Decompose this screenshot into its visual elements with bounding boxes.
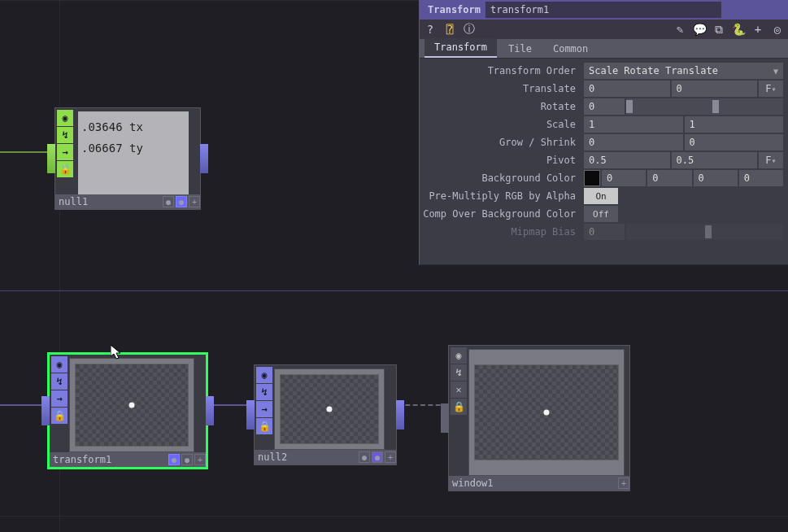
operator-name-input[interactable] [485, 2, 721, 18]
edit-icon[interactable]: ✎ [673, 22, 687, 37]
node-label: transform1 [53, 454, 111, 465]
operator-type: Transform [423, 4, 485, 15]
preview-dot-icon [544, 410, 550, 416]
lock-flag-icon[interactable]: 🔒 [51, 408, 67, 424]
display-flag-icon[interactable]: → [57, 144, 73, 160]
premult-toggle[interactable]: On [584, 188, 618, 204]
footer-display-icon[interactable]: ● [176, 196, 187, 207]
lock-flag-icon[interactable]: 🔒 [451, 399, 467, 415]
param-rotate: Rotate [420, 98, 783, 116]
pivot-y-input[interactable] [672, 152, 758, 168]
viewer-flag-icon[interactable]: ◉ [256, 367, 272, 383]
lock-flag-icon[interactable]: 🔒 [57, 161, 73, 177]
node-label: null1 [59, 196, 88, 207]
rotate-input[interactable] [584, 98, 625, 115]
lock-flag-icon[interactable]: 🔒 [256, 418, 272, 434]
tab-tile[interactable]: Tile [498, 40, 542, 58]
footer-display-icon[interactable]: ● [372, 451, 383, 463]
node-readout: .03646 tx .06667 ty [78, 111, 189, 194]
connector-out[interactable] [206, 396, 214, 425]
display-flag-icon[interactable]: → [51, 390, 67, 407]
bgcolor-b-input[interactable] [694, 170, 738, 186]
chevron-down-icon: ▾ [772, 85, 777, 94]
connector-in[interactable] [41, 396, 50, 425]
comment-icon[interactable]: 💬 [692, 22, 707, 37]
bgcolor-r-input[interactable] [602, 170, 646, 186]
viewer-flag-icon[interactable]: ◉ [451, 347, 467, 364]
param-translate: Translate F ▾ [420, 80, 783, 98]
presets-icon[interactable]: ⍰ [442, 22, 457, 37]
connector-in[interactable] [246, 400, 255, 430]
footer-dot-icon[interactable]: ● [163, 196, 174, 207]
mipmap-input[interactable] [584, 224, 625, 240]
display-flag-icon[interactable]: → [256, 401, 272, 417]
connector-in[interactable] [47, 144, 55, 173]
node-transform1[interactable]: ◉ ↯ → 🔒 transform1 ● ● + [49, 354, 207, 468]
pivot-unit-select[interactable]: F ▾ [759, 152, 783, 168]
node-label: window1 [452, 477, 494, 489]
panel-titlebar: Transform [420, 0, 788, 20]
node-null1[interactable]: ◉ ↯ → 🔒 .03646 tx .06667 ty null1 ● ● + [54, 107, 201, 210]
help-icon[interactable]: ? [423, 22, 438, 37]
grow-x-input[interactable] [584, 134, 683, 150]
panel-iconbar: ? ⍰ ⓘ ✎ 💬 ⧉ 🐍 + ◎ [420, 20, 788, 39]
param-transform-order: Transform Order Scale Rotate Translate ▼ [420, 62, 783, 80]
wire [0, 151, 54, 153]
footer-plus-icon[interactable]: + [189, 196, 200, 207]
node-preview [468, 349, 625, 476]
lang-icon[interactable]: ◎ [770, 22, 785, 37]
chevron-down-icon: ▼ [773, 67, 778, 76]
node-preview [274, 368, 385, 450]
add-icon[interactable]: + [751, 22, 765, 37]
footer-dot-icon[interactable]: ● [359, 451, 370, 463]
connector-out[interactable] [200, 144, 208, 173]
copy-icon[interactable]: ⧉ [712, 22, 726, 37]
compover-toggle[interactable]: Off [584, 206, 618, 222]
footer-display-icon[interactable]: ● [168, 454, 180, 465]
rotate-slider[interactable] [626, 98, 783, 115]
viewer-flag-icon[interactable]: ◉ [57, 110, 73, 126]
connector-out[interactable] [396, 400, 404, 430]
preview-dot-icon [327, 407, 333, 412]
param-growshrink: Grow / Shrink [420, 133, 783, 151]
param-bgcolor: Background Color [420, 169, 783, 187]
python-icon[interactable]: 🐍 [731, 22, 746, 37]
readout-line-ty: .06667 ty [81, 137, 185, 159]
bypass-flag-icon[interactable]: ↯ [57, 127, 73, 143]
translate-x-input[interactable] [584, 81, 670, 97]
mipmap-slider[interactable] [626, 224, 783, 240]
info-icon[interactable]: ⓘ [462, 22, 477, 37]
footer-plus-icon[interactable]: + [385, 451, 396, 463]
param-scale: Scale [420, 116, 783, 133]
parameter-panel: Transform ? ⍰ ⓘ ✎ 💬 ⧉ 🐍 + ◎ Transform Ti… [419, 0, 788, 265]
translate-y-input[interactable] [672, 81, 758, 97]
grow-y-input[interactable] [685, 134, 784, 150]
tab-common[interactable]: Common [543, 40, 598, 58]
footer-dot-icon[interactable]: ● [181, 454, 193, 465]
panel-tabs: Transform Tile Common [420, 39, 788, 59]
node-window1[interactable]: ◉ ↯ ✕ 🔒 window1 + [448, 345, 630, 491]
bgcolor-g-input[interactable] [647, 170, 691, 186]
scale-x-input[interactable] [584, 116, 683, 133]
param-compover: Comp Over Background Color Off [420, 205, 783, 223]
bgcolor-a-input[interactable] [739, 170, 783, 186]
transform-order-select[interactable]: Scale Rotate Translate ▼ [584, 63, 783, 79]
node-null2[interactable]: ◉ ↯ → 🔒 null2 ● ● + [254, 364, 397, 465]
param-premult: Pre-Multiply RGB by Alpha On [420, 187, 783, 205]
bypass-flag-icon[interactable]: ↯ [451, 364, 467, 381]
footer-plus-icon[interactable]: + [618, 477, 629, 489]
viewer-flag-icon[interactable]: ◉ [51, 356, 67, 373]
pivot-x-input[interactable] [584, 152, 670, 168]
close-flag-icon[interactable]: ✕ [451, 382, 467, 398]
scale-y-input[interactable] [685, 116, 784, 133]
node-label: null2 [258, 451, 287, 463]
bgcolor-swatch[interactable] [584, 170, 600, 186]
connector-in[interactable] [441, 403, 449, 433]
footer-plus-icon[interactable]: + [194, 454, 206, 465]
translate-unit-select[interactable]: F ▾ [759, 81, 783, 97]
svg-marker-0 [111, 345, 120, 359]
tab-transform[interactable]: Transform [424, 38, 497, 58]
node-preview [69, 358, 194, 452]
bypass-flag-icon[interactable]: ↯ [256, 384, 272, 400]
bypass-flag-icon[interactable]: ↯ [51, 373, 67, 390]
